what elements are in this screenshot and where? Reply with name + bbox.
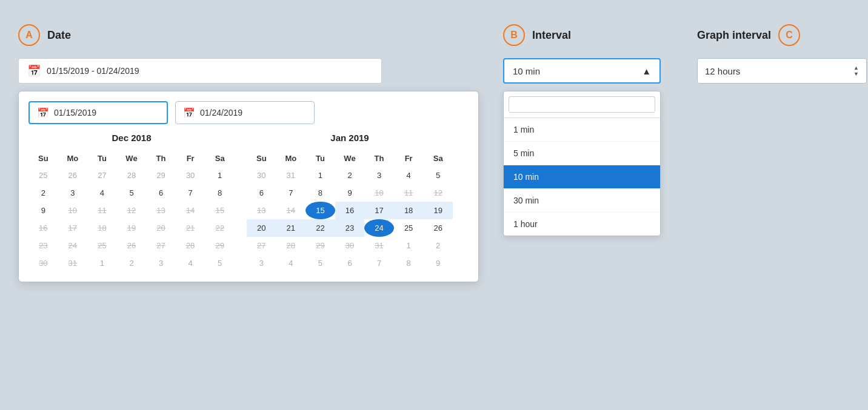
- jan-cell[interactable]: 7: [276, 184, 306, 202]
- dec-cell[interactable]: 5: [205, 254, 235, 272]
- dec-cell[interactable]: 19: [117, 219, 147, 237]
- interval-option-1hour[interactable]: 1 hour: [504, 213, 660, 236]
- jan-cell[interactable]: 31: [364, 237, 394, 254]
- dec-cell[interactable]: 29: [146, 167, 176, 184]
- dec-cell[interactable]: 7: [176, 184, 205, 202]
- jan-cell[interactable]: 26: [423, 219, 453, 237]
- jan-cell[interactable]: 10: [364, 184, 394, 202]
- jan-cell[interactable]: 14: [276, 202, 306, 219]
- end-date-field[interactable]: 📅: [175, 101, 315, 124]
- jan-cell[interactable]: 12: [423, 184, 453, 202]
- start-date-field[interactable]: 📅: [28, 101, 168, 124]
- dec-cell[interactable]: 2: [28, 184, 58, 202]
- dec-cell[interactable]: 9: [28, 202, 58, 219]
- jan-cell[interactable]: 11: [394, 184, 424, 202]
- jan-cell[interactable]: 19: [423, 202, 453, 219]
- jan-cell[interactable]: 30: [335, 237, 365, 254]
- jan-cell-15[interactable]: 15: [305, 202, 335, 219]
- jan-cell[interactable]: 3: [247, 254, 276, 272]
- dec-cell[interactable]: 2: [117, 254, 147, 272]
- dec-cell[interactable]: 18: [87, 219, 117, 237]
- dec-cell[interactable]: 20: [146, 219, 176, 237]
- dec-cell[interactable]: 31: [58, 254, 88, 272]
- jan-cell[interactable]: 13: [247, 202, 276, 219]
- interval-option-10min[interactable]: 10 min: [504, 165, 660, 189]
- jan-cell[interactable]: 7: [364, 254, 394, 272]
- jan-cell[interactable]: 5: [305, 254, 335, 272]
- jan-cell-24[interactable]: 24: [364, 219, 394, 237]
- dec-cell[interactable]: 14: [176, 202, 205, 219]
- dec-cell[interactable]: 21: [176, 219, 205, 237]
- dropdown-search-input[interactable]: [509, 96, 655, 113]
- dec-cell[interactable]: 28: [117, 167, 147, 184]
- jan-cell[interactable]: 4: [394, 167, 424, 184]
- dec-cell[interactable]: 27: [87, 167, 117, 184]
- dec-cell[interactable]: 25: [87, 237, 117, 254]
- jan-cell[interactable]: 1: [394, 237, 424, 254]
- dec-cell[interactable]: 10: [58, 202, 88, 219]
- jan-cell[interactable]: 17: [364, 202, 394, 219]
- dec-cell[interactable]: 1: [87, 254, 117, 272]
- jan-cell[interactable]: 5: [423, 167, 453, 184]
- dec-cell[interactable]: 29: [205, 237, 235, 254]
- dec-cell[interactable]: 5: [117, 184, 147, 202]
- spinner-arrows[interactable]: ▲ ▼: [853, 65, 859, 77]
- dec-cell[interactable]: 13: [146, 202, 176, 219]
- dec-cell[interactable]: 1: [205, 167, 235, 184]
- graph-interval-select[interactable]: 12 hours ▲ ▼: [697, 58, 867, 84]
- dec-cell[interactable]: 28: [176, 237, 205, 254]
- date-range-input[interactable]: 📅 01/15/2019 - 01/24/2019: [18, 58, 382, 84]
- dec-cell[interactable]: 27: [146, 237, 176, 254]
- jan-cell[interactable]: 6: [247, 184, 276, 202]
- jan-cell[interactable]: 21: [276, 219, 306, 237]
- dec-cell[interactable]: 30: [28, 254, 58, 272]
- jan-cell[interactable]: 16: [335, 202, 365, 219]
- spinner-up-icon[interactable]: ▲: [853, 65, 859, 71]
- jan-cell[interactable]: 4: [276, 254, 306, 272]
- jan-cell[interactable]: 8: [305, 184, 335, 202]
- dec-cell[interactable]: 22: [205, 219, 235, 237]
- dec-cell[interactable]: 26: [117, 237, 147, 254]
- dec-cell[interactable]: 8: [205, 184, 235, 202]
- dec-cell[interactable]: 6: [146, 184, 176, 202]
- dec-cell[interactable]: 16: [28, 219, 58, 237]
- dec-cell[interactable]: 30: [176, 167, 205, 184]
- jan-cell[interactable]: 18: [394, 202, 424, 219]
- dec-cell[interactable]: 4: [87, 184, 117, 202]
- interval-option-5min[interactable]: 5 min: [504, 142, 660, 165]
- dec-cell[interactable]: 3: [58, 184, 88, 202]
- dec-cell[interactable]: 3: [146, 254, 176, 272]
- interval-option-1min[interactable]: 1 min: [504, 118, 660, 142]
- dec-cell[interactable]: 23: [28, 237, 58, 254]
- dec-cell[interactable]: 12: [117, 202, 147, 219]
- dec-cell[interactable]: 24: [58, 237, 88, 254]
- dec-cell[interactable]: 11: [87, 202, 117, 219]
- spinner-down-icon[interactable]: ▼: [853, 71, 859, 77]
- jan-cell[interactable]: 23: [335, 219, 365, 237]
- jan-cell[interactable]: 25: [394, 219, 424, 237]
- dec-cell[interactable]: 15: [205, 202, 235, 219]
- dec-cell[interactable]: 4: [176, 254, 205, 272]
- interval-dropdown-trigger[interactable]: 10 min ▲: [503, 58, 661, 84]
- jan-cell[interactable]: 2: [423, 237, 453, 254]
- jan-cell[interactable]: 31: [276, 167, 306, 184]
- interval-option-30min[interactable]: 30 min: [504, 189, 660, 213]
- jan-cell[interactable]: 28: [276, 237, 306, 254]
- jan-cell[interactable]: 9: [423, 254, 453, 272]
- jan-cell[interactable]: 22: [305, 219, 335, 237]
- jan-cell[interactable]: 20: [247, 219, 276, 237]
- jan-cell[interactable]: 2: [335, 167, 365, 184]
- jan-cell[interactable]: 6: [335, 254, 365, 272]
- jan-cell[interactable]: 27: [247, 237, 276, 254]
- jan-cell[interactable]: 9: [335, 184, 365, 202]
- jan-cell[interactable]: 8: [394, 254, 424, 272]
- dec-cell[interactable]: 17: [58, 219, 88, 237]
- start-date-input[interactable]: [54, 108, 159, 117]
- jan-cell[interactable]: 1: [305, 167, 335, 184]
- dec-cell[interactable]: 25: [28, 167, 58, 184]
- dec-cell[interactable]: 26: [58, 167, 88, 184]
- end-date-input[interactable]: [200, 108, 307, 117]
- jan-cell[interactable]: 29: [305, 237, 335, 254]
- jan-cell[interactable]: 3: [364, 167, 394, 184]
- jan-cell[interactable]: 30: [247, 167, 276, 184]
